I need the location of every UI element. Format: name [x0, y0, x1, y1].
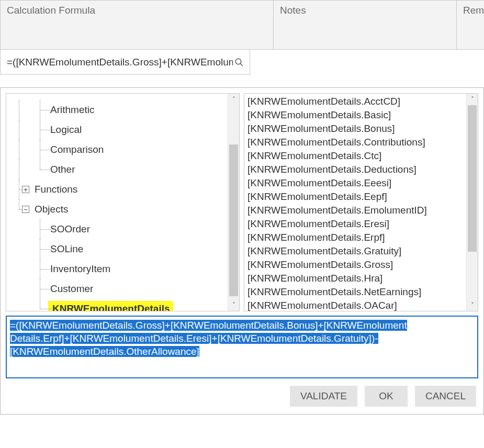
- button-row: VALIDATE OK CANCEL: [6, 386, 478, 407]
- grid-header-row: Calculation Formula Notes Rem: [0, 0, 484, 50]
- formula-editor-dialog: Arithmetic Logical Comparison Other: [0, 87, 484, 415]
- tree-label: Objects: [32, 204, 68, 215]
- field-item[interactable]: [KNRWEmolumentDetails.Eresi]: [247, 217, 463, 231]
- tree-node-functions[interactable]: + Functions: [6, 180, 228, 199]
- field-item[interactable]: [KNRWEmolumentDetails.Hra]: [247, 272, 463, 285]
- fields-scrollbar[interactable]: ˄ ˅: [466, 94, 478, 311]
- field-item[interactable]: [KNRWEmolumentDetails.Contributions]: [247, 136, 463, 149]
- tree-node-other[interactable]: Other: [6, 160, 228, 180]
- scroll-track[interactable]: [228, 105, 239, 299]
- tree-node-customer[interactable]: Customer: [6, 279, 228, 299]
- tree-label: Functions: [32, 184, 77, 195]
- formula-selected-text: =([KNRWEmolumentDetails.Gross]+[KNRWEmol…: [10, 320, 407, 357]
- tree-label: InventoryItem: [48, 263, 110, 275]
- validate-button[interactable]: VALIDATE: [290, 386, 357, 407]
- ok-button[interactable]: OK: [365, 386, 408, 407]
- scroll-thumb[interactable]: [468, 105, 477, 252]
- formula-cell-editor[interactable]: =([KNRWEmolumentDetails.Gross]+[KNRWEmol…: [0, 50, 250, 75]
- tree-panel: Arithmetic Logical Comparison Other: [6, 93, 240, 311]
- tree-body: Arithmetic Logical Comparison Other: [6, 94, 228, 311]
- tree-label: Comparison: [48, 144, 104, 155]
- cancel-button[interactable]: CANCEL: [415, 386, 476, 407]
- field-item[interactable]: [KNRWEmolumentDetails.Eepf]: [247, 190, 463, 204]
- field-item[interactable]: [KNRWEmolumentDetails.Basic]: [247, 108, 463, 122]
- formula-cell-text: =([KNRWEmolumentDetails.Gross]+[KNRWEmol…: [7, 57, 233, 68]
- search-icon[interactable]: [233, 58, 245, 67]
- field-item[interactable]: [KNRWEmolumentDetails.OACar]: [247, 299, 463, 311]
- expand-icon[interactable]: +: [22, 186, 29, 193]
- scroll-thumb[interactable]: [229, 144, 238, 296]
- field-item[interactable]: [KNRWEmolumentDetails.Gross]: [247, 258, 463, 272]
- editor-panels: Arithmetic Logical Comparison Other: [6, 93, 478, 311]
- field-item[interactable]: [KNRWEmolumentDetails.Bonus]: [247, 122, 463, 136]
- scroll-down-icon[interactable]: ˅: [228, 299, 239, 311]
- scroll-up-icon[interactable]: ˄: [228, 94, 239, 105]
- scroll-track[interactable]: [467, 105, 478, 299]
- formula-textarea[interactable]: =([KNRWEmolumentDetails.Gross]+[KNRWEmol…: [6, 316, 478, 378]
- svg-point-0: [235, 59, 241, 64]
- col-header-calculation-formula[interactable]: Calculation Formula: [1, 1, 274, 49]
- tree-node-soline[interactable]: SOLine: [6, 239, 228, 259]
- col-header-rem[interactable]: Rem: [457, 1, 484, 49]
- scroll-up-icon[interactable]: ˄: [467, 94, 478, 105]
- field-item[interactable]: [KNRWEmolumentDetails.Deductions]: [247, 163, 463, 176]
- tree-node-comparison[interactable]: Comparison: [6, 140, 228, 160]
- tree-scrollbar[interactable]: ˄ ˅: [228, 94, 239, 311]
- field-item[interactable]: [KNRWEmolumentDetails.Erpf]: [247, 231, 463, 244]
- tree-node-objects[interactable]: − Objects: [6, 199, 228, 219]
- tree-node-soorder[interactable]: SOOrder: [6, 219, 228, 239]
- tree-node-arithmetic[interactable]: Arithmetic: [6, 100, 228, 120]
- field-item[interactable]: [KNRWEmolumentDetails.AcctCD]: [247, 95, 463, 108]
- field-item[interactable]: [KNRWEmolumentDetails.Eeesi]: [247, 176, 463, 190]
- field-item[interactable]: [KNRWEmolumentDetails.Ctc]: [247, 149, 463, 163]
- svg-line-1: [240, 63, 243, 66]
- collapse-icon[interactable]: −: [22, 206, 29, 213]
- tree-label-selected: KNRWEmolumentDetails: [48, 301, 173, 311]
- tree-node-inventoryitem[interactable]: InventoryItem: [6, 259, 228, 279]
- tree-node-logical[interactable]: Logical: [6, 120, 228, 140]
- scroll-down-icon[interactable]: ˅: [467, 299, 478, 311]
- field-item[interactable]: [KNRWEmolumentDetails.EmolumentID]: [247, 204, 463, 217]
- tree-node-knrwemolumentdetails[interactable]: KNRWEmolumentDetails: [6, 299, 228, 311]
- field-item[interactable]: [KNRWEmolumentDetails.NetEarnings]: [247, 285, 463, 299]
- field-item[interactable]: [KNRWEmolumentDetails.Gratuity]: [247, 244, 463, 258]
- col-header-notes[interactable]: Notes: [274, 1, 457, 49]
- fields-panel: [KNRWEmolumentDetails.AcctCD] [KNRWEmolu…: [244, 93, 478, 311]
- fields-body: [KNRWEmolumentDetails.AcctCD] [KNRWEmolu…: [244, 94, 466, 311]
